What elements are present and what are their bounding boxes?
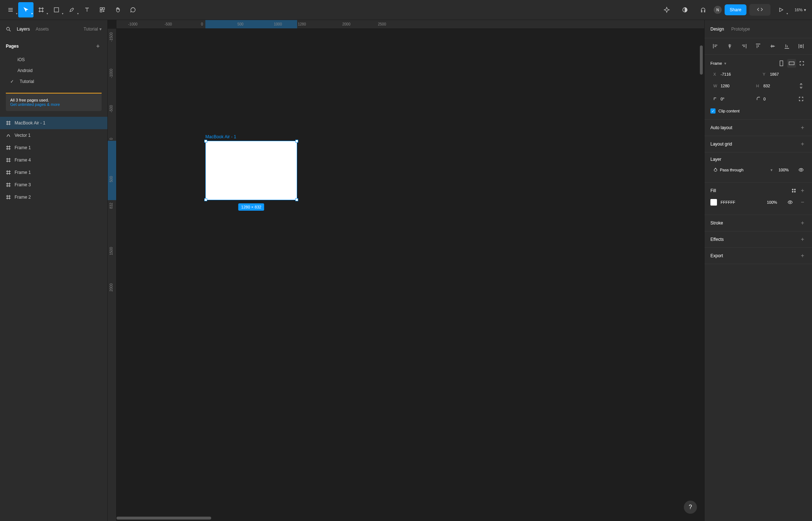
- layer-label: Vector 1: [15, 133, 31, 138]
- resize-handle-tl[interactable]: [204, 140, 207, 143]
- layer-item-macbook-air-1[interactable]: MacBook Air - 1: [0, 117, 107, 129]
- add-export-button[interactable]: +: [799, 252, 806, 259]
- fill-swatch[interactable]: [710, 199, 717, 206]
- clip-content-label: Clip content: [718, 109, 740, 113]
- y-input[interactable]: [770, 72, 788, 76]
- resources-button[interactable]: [95, 2, 110, 17]
- canvas-scrollbar-h[interactable]: [117, 517, 211, 520]
- align-hcenter-button[interactable]: [725, 41, 735, 51]
- blend-icon: [713, 168, 718, 172]
- tab-assets[interactable]: Assets: [36, 27, 49, 32]
- corner-radius-field[interactable]: [753, 95, 793, 103]
- frame-tool-button[interactable]: ▾: [33, 2, 49, 17]
- fill-styles-button[interactable]: [790, 187, 797, 194]
- zoom-control[interactable]: 16% ▾: [792, 8, 809, 12]
- pen-tool-button[interactable]: ▾: [64, 2, 79, 17]
- canvas-area[interactable]: -1000 -500 0 500 1000 1280 2000 2500 -15…: [108, 20, 704, 521]
- frame-label[interactable]: MacBook Air - 1: [205, 134, 236, 139]
- width-field[interactable]: W: [710, 82, 750, 90]
- voice-button[interactable]: [695, 2, 711, 17]
- layer-item-frame-1a[interactable]: Frame 1: [0, 142, 107, 154]
- clip-content-checkbox[interactable]: ✓: [710, 108, 716, 114]
- tab-layers[interactable]: Layers: [17, 27, 30, 32]
- fill-opacity-input[interactable]: [767, 200, 781, 204]
- dark-mode-button[interactable]: [677, 2, 693, 17]
- dev-mode-button[interactable]: [749, 4, 770, 16]
- add-auto-layout-button[interactable]: +: [799, 124, 806, 131]
- frame-icon: [6, 145, 11, 150]
- project-selector[interactable]: Tutorial ▾: [83, 27, 102, 32]
- ai-button[interactable]: [659, 2, 674, 17]
- page-item-tutorial[interactable]: Tutorial: [0, 76, 107, 87]
- resize-handle-bl[interactable]: [204, 198, 207, 201]
- remove-fill-button[interactable]: −: [799, 199, 806, 206]
- page-item-android[interactable]: Android: [0, 65, 107, 76]
- align-vcenter-button[interactable]: [768, 41, 778, 51]
- add-effect-button[interactable]: +: [799, 236, 806, 243]
- blend-mode-value: Pass through: [720, 168, 744, 172]
- right-sidebar: Design Prototype Frame ▾: [704, 20, 812, 521]
- resize-handle-br[interactable]: [295, 198, 298, 201]
- rectangle-icon: [54, 7, 59, 13]
- height-field[interactable]: H: [753, 82, 793, 90]
- orientation-portrait-button[interactable]: [777, 59, 786, 68]
- layer-item-frame-3[interactable]: Frame 3: [0, 179, 107, 191]
- comment-tool-button[interactable]: [125, 2, 141, 17]
- layer-item-frame-2[interactable]: Frame 2: [0, 191, 107, 203]
- main-menu-button[interactable]: ▾: [3, 2, 18, 17]
- distribute-button[interactable]: [796, 41, 806, 51]
- link-dimensions-button[interactable]: [796, 81, 806, 91]
- user-avatar[interactable]: N: [714, 6, 722, 14]
- shape-tool-button[interactable]: ▾: [49, 2, 64, 17]
- add-page-button[interactable]: +: [94, 43, 102, 50]
- page-item-ios[interactable]: iOS: [0, 54, 107, 65]
- tab-prototype[interactable]: Prototype: [731, 27, 750, 32]
- layer-label: Frame 1: [15, 170, 31, 175]
- layer-item-frame-4[interactable]: Frame 4: [0, 154, 107, 166]
- help-button[interactable]: ?: [684, 501, 697, 514]
- rotation-field[interactable]: [710, 95, 750, 103]
- add-layout-grid-button[interactable]: +: [799, 140, 806, 148]
- align-bottom-button[interactable]: [782, 41, 792, 51]
- hand-tool-button[interactable]: [110, 2, 125, 17]
- frame-type-label[interactable]: Frame: [710, 61, 722, 65]
- align-left-button[interactable]: [710, 41, 721, 51]
- rotation-input[interactable]: [721, 97, 739, 101]
- height-input[interactable]: [764, 84, 782, 88]
- frame-icon: [6, 182, 11, 187]
- width-input[interactable]: [721, 84, 739, 88]
- fill-hex[interactable]: FFFFFF: [721, 200, 735, 204]
- ruler-tick: -500: [109, 105, 113, 112]
- svg-point-5: [7, 27, 9, 30]
- tab-design[interactable]: Design: [710, 27, 724, 32]
- add-stroke-button[interactable]: +: [799, 219, 806, 227]
- orientation-landscape-button[interactable]: [787, 59, 796, 68]
- layer-opacity-input[interactable]: [779, 168, 793, 172]
- move-tool-button[interactable]: ▾: [18, 2, 33, 17]
- add-fill-button[interactable]: +: [799, 187, 806, 194]
- fit-button[interactable]: [797, 59, 806, 68]
- layer-item-frame-1b[interactable]: Frame 1: [0, 166, 107, 179]
- present-button[interactable]: ▾: [773, 2, 789, 17]
- selected-frame[interactable]: [205, 141, 297, 200]
- text-tool-button[interactable]: [79, 2, 95, 17]
- search-icon[interactable]: [6, 27, 11, 32]
- x-position-field[interactable]: X: [710, 71, 757, 78]
- frame-icon: [6, 158, 11, 163]
- x-input[interactable]: [721, 72, 739, 76]
- independent-corners-button[interactable]: [796, 94, 806, 104]
- layer-item-vector-1[interactable]: Vector 1: [0, 129, 107, 142]
- layer-visibility-button[interactable]: [796, 165, 806, 175]
- align-top-button[interactable]: [753, 41, 763, 51]
- sparkle-icon: [663, 7, 670, 13]
- canvas-scrollbar-v[interactable]: [700, 45, 703, 75]
- share-button[interactable]: Share: [725, 4, 746, 15]
- align-right-button[interactable]: [739, 41, 749, 51]
- resize-handle-tr[interactable]: [295, 140, 298, 143]
- fill-visibility-button[interactable]: [785, 197, 795, 207]
- blend-mode-select[interactable]: Pass through ▾: [710, 166, 776, 174]
- corner-radius-input[interactable]: [764, 97, 782, 101]
- upsell-link[interactable]: Get unlimited pages & more: [10, 102, 60, 107]
- y-position-field[interactable]: Y: [760, 71, 807, 78]
- layer-label: Frame 4: [15, 158, 31, 163]
